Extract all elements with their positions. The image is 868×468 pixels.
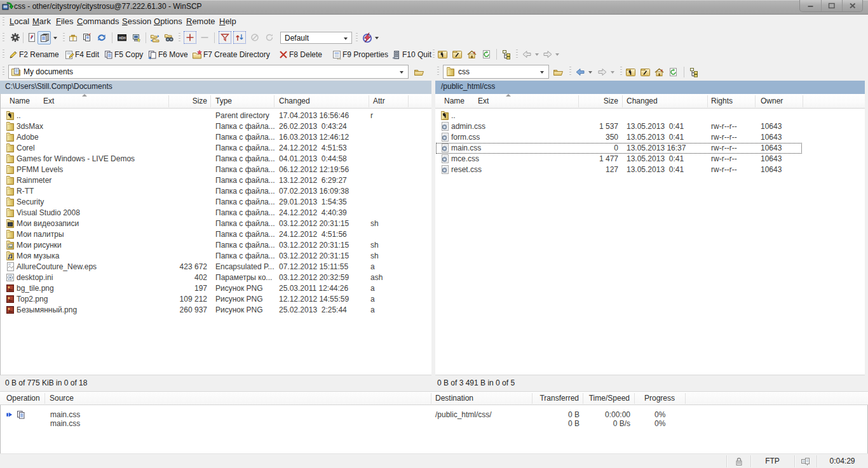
btn-refresh[interactable] bbox=[97, 32, 107, 43]
btn-unselect[interactable] bbox=[200, 32, 210, 43]
btn-f4[interactable]: F4 Edit bbox=[75, 50, 99, 59]
btn-back-l[interactable] bbox=[522, 49, 532, 60]
btn-tree-r[interactable] bbox=[689, 67, 700, 77]
transfer-settings[interactable]: Default bbox=[280, 32, 352, 44]
btn-copy-red[interactable] bbox=[82, 32, 92, 43]
btn-log[interactable] bbox=[27, 32, 37, 43]
btn-root-r[interactable] bbox=[640, 67, 651, 77]
bottom-statusbar: FTP 0:04:29 bbox=[0, 453, 868, 468]
btn-root-l[interactable] bbox=[452, 49, 463, 60]
btn-putty[interactable] bbox=[132, 32, 142, 43]
toolbar-commands: F2 Rename F4 Edit F5 Copy F6 Move F7 Cre… bbox=[0, 46, 868, 63]
status-right: 0 B of 3 491 B in 0 of 5 bbox=[437, 378, 515, 387]
btn-refresh-r[interactable] bbox=[668, 67, 679, 77]
btn-filter[interactable] bbox=[220, 32, 230, 43]
ic-lock bbox=[734, 457, 744, 466]
menu-session[interactable]: Session bbox=[122, 17, 151, 26]
ic-edit bbox=[64, 50, 74, 60]
title: css - other/citystroy/citystrosu@77.222.… bbox=[14, 2, 202, 11]
winscp-window: HOH bbox=[0, 0, 868, 468]
queue-body: main.css/public_html/css/ 0 B 0:00:00 0%… bbox=[0, 405, 868, 453]
btn-f5[interactable]: F5 Copy bbox=[114, 50, 143, 59]
ic-quit bbox=[391, 50, 402, 60]
menu-options[interactable]: Options bbox=[154, 17, 182, 26]
panel-gap bbox=[431, 81, 435, 375]
btn-console[interactable] bbox=[117, 32, 127, 43]
ic-copy bbox=[104, 50, 114, 60]
ic-rename bbox=[8, 50, 18, 60]
toolbar-main: Default bbox=[0, 29, 868, 46]
app-icon bbox=[2, 1, 13, 13]
ic-del bbox=[278, 50, 288, 60]
right-edge bbox=[865, 81, 868, 375]
ic-props bbox=[332, 50, 342, 60]
menu-help[interactable]: Help bbox=[219, 17, 236, 26]
ic-net bbox=[800, 457, 811, 467]
btn-fwd-l[interactable] bbox=[542, 49, 553, 60]
menu-commands[interactable]: Commands bbox=[77, 17, 119, 26]
btn-sync[interactable] bbox=[150, 32, 160, 43]
btn-f2[interactable]: F2 Rename bbox=[19, 50, 59, 59]
addr-left[interactable]: My documents bbox=[8, 65, 409, 79]
btn-refresh-l[interactable] bbox=[481, 49, 492, 60]
btn-fwd-r[interactable] bbox=[597, 67, 607, 77]
btn-updown[interactable] bbox=[234, 32, 245, 43]
btn-f6[interactable]: F6 Move bbox=[158, 50, 188, 59]
minimize[interactable] bbox=[800, 0, 821, 11]
menu-mark[interactable]: Mark bbox=[32, 17, 51, 26]
btn-transfers[interactable] bbox=[362, 32, 373, 43]
menu-files[interactable]: Files bbox=[56, 17, 73, 26]
status-left: 0 B of 775 KiB in 0 of 18 bbox=[5, 378, 87, 387]
path-right: /public_html/css bbox=[435, 81, 866, 94]
btn-up-r[interactable] bbox=[625, 67, 636, 77]
title-bar: css - other/citystroy/citystrosu@77.222.… bbox=[0, 0, 868, 15]
btn-f8[interactable]: F8 Delete bbox=[289, 50, 322, 59]
files-left: ..Parent directory17.04.2013 16:56:46r 3… bbox=[0, 109, 431, 375]
btn-back-r[interactable] bbox=[575, 67, 586, 77]
btn-f9[interactable]: F9 Properties bbox=[342, 50, 388, 59]
window-controls bbox=[799, 0, 863, 12]
btn-up-l[interactable] bbox=[437, 49, 448, 60]
menu-local[interactable]: Local bbox=[10, 17, 29, 26]
protocol: FTP bbox=[750, 457, 794, 465]
menu-bar: Local Mark Files Commands Session Option… bbox=[0, 15, 868, 29]
btn-preferences[interactable] bbox=[10, 32, 20, 43]
btn-home-l[interactable] bbox=[466, 49, 477, 60]
path-left: C:\Users\Still.Comp\Documents bbox=[0, 81, 431, 94]
address-row: My documents css bbox=[0, 63, 868, 81]
close[interactable] bbox=[842, 0, 863, 11]
session-time: 0:04:29 bbox=[817, 457, 868, 465]
btn-f10[interactable]: F10 Quit bbox=[402, 50, 431, 59]
btn-tree-l[interactable] bbox=[501, 49, 512, 60]
files-right: .. admin.css1 53713.05.2013 0:41rw-r--r-… bbox=[435, 109, 865, 375]
queue-header: Operation Source Destination Transferred… bbox=[0, 391, 868, 405]
btn-circ[interactable] bbox=[264, 32, 275, 43]
status-row: 0 B of 775 KiB in 0 of 18 0 B of 3 491 B… bbox=[0, 375, 868, 391]
maximize[interactable] bbox=[821, 0, 842, 11]
btn-package[interactable] bbox=[68, 32, 78, 43]
btn-find[interactable] bbox=[164, 32, 175, 43]
menu-remote[interactable]: Remote bbox=[186, 17, 215, 26]
header-right: Name Ext Size Changed Rights Owner bbox=[435, 94, 866, 109]
ic-mkdir bbox=[192, 50, 202, 60]
addr-right[interactable]: css bbox=[443, 65, 549, 79]
ic-move bbox=[147, 50, 158, 60]
btn-noop[interactable] bbox=[250, 32, 260, 43]
btn-openfolder-l[interactable] bbox=[414, 67, 424, 77]
btn-select[interactable] bbox=[185, 32, 195, 43]
header-left: Name Ext Size Type Changed Attr bbox=[0, 94, 431, 109]
btn-home-r[interactable] bbox=[654, 67, 665, 77]
btn-openfolder-r[interactable] bbox=[553, 67, 564, 77]
btn-f7[interactable]: F7 Create Directory bbox=[203, 50, 270, 59]
